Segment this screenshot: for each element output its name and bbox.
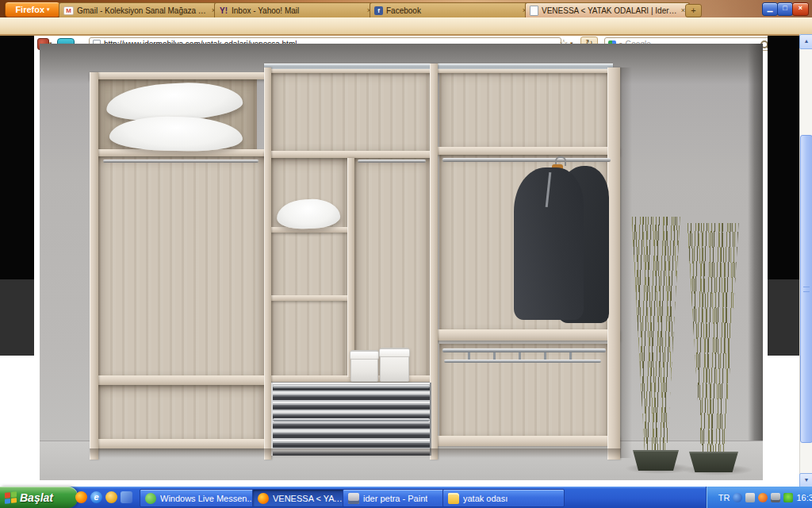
chevron-down-icon: ▾	[47, 6, 50, 13]
scrollbar-up-arrow[interactable]: ▲	[799, 34, 812, 49]
firefox-quicklaunch-icon[interactable]	[75, 491, 87, 503]
trouser-rack-rail	[444, 360, 601, 363]
planter	[633, 450, 679, 471]
tab-gmail[interactable]: M Gmail - Koleksiyon Sanal Mağaza Sipari…	[59, 2, 220, 17]
hanging-rod	[103, 160, 259, 163]
page-icon	[530, 6, 538, 16]
page-left-black-bar	[0, 36, 34, 279]
task-label: yatak odası	[463, 494, 508, 503]
rack-clip	[468, 352, 470, 360]
bottom-shelf	[434, 436, 620, 446]
clock: 16:32	[796, 493, 812, 502]
right-top-compartment	[439, 70, 609, 148]
wardrobe-base-shadow	[90, 448, 621, 458]
shelf	[92, 375, 266, 385]
desktop-screen: Firefox ▾ M Gmail - Koleksiyon Sanal Mağ…	[0, 0, 812, 508]
tab-facebook[interactable]: f Facebook ×	[370, 2, 531, 17]
language-indicator[interactable]: TR	[718, 493, 730, 502]
task-label: VENESSA < YATAK O...	[273, 494, 345, 503]
tab-label: Inbox - Yahoo! Mail	[232, 6, 364, 15]
facebook-icon: f	[374, 6, 383, 15]
rack-clip	[493, 352, 496, 360]
shelf	[434, 329, 620, 341]
shelf	[271, 295, 347, 301]
security-alert-icon[interactable]	[758, 493, 768, 502]
tab-venessa-active[interactable]: VENESSA < YATAK ODALARI | İder Mobil... …	[525, 2, 690, 17]
gmail-icon: M	[63, 6, 74, 15]
wood-panel	[347, 158, 354, 377]
navigation-toolbar: ← → ▾ http://www.idermobilya.com/yatak-o…	[0, 17, 812, 36]
rack-clip	[569, 352, 572, 360]
close-button[interactable]: ×	[792, 2, 809, 16]
task-folder-yatak-odasi[interactable]: yatak odası	[442, 489, 565, 507]
tab-label: Facebook	[386, 6, 519, 15]
taskbar: Başlat e Windows Live Messen... VENESSA …	[0, 487, 812, 508]
scrollbar-thumb[interactable]	[800, 135, 812, 443]
folder-icon	[448, 493, 459, 504]
network-icon[interactable]	[783, 493, 793, 502]
paint-icon	[348, 493, 359, 504]
page-left-gray-bar	[0, 279, 34, 356]
shelf	[434, 147, 620, 155]
task-venessa-firefox[interactable]: VENESSA < YATAK O...	[252, 489, 350, 507]
task-label: Windows Live Messen...	[160, 494, 255, 503]
wardrobe-shadow	[619, 67, 632, 458]
shelf	[264, 151, 434, 158]
left-lower-compartment	[98, 385, 264, 441]
planter	[689, 452, 738, 472]
firefox-menu-button[interactable]: Firefox ▾	[5, 2, 60, 17]
product-photo	[40, 44, 763, 480]
storage-box	[350, 350, 378, 382]
drawer-rail	[273, 385, 430, 388]
new-tab-button[interactable]: +	[685, 4, 702, 17]
display-icon[interactable]	[771, 493, 780, 502]
system-tray: TR 16:32	[706, 487, 812, 508]
restore-button[interactable]: □	[777, 2, 793, 16]
photo-wall-corner	[748, 44, 763, 450]
messenger-icon	[145, 493, 156, 504]
tab-yahoo-mail[interactable]: Y! Inbox - Yahoo! Mail ×	[214, 2, 376, 17]
shelf-column-compartment	[271, 158, 347, 377]
bottom-shelf	[92, 439, 267, 448]
windows-quicklaunch-icon[interactable]	[121, 491, 132, 503]
tab-label: Gmail - Koleksiyon Sanal Mağaza Siparişi…	[77, 6, 209, 15]
volume-icon[interactable]	[745, 493, 755, 502]
top-panel	[264, 69, 613, 73]
tab-label: VENESSA < YATAK ODALARI | İder Mobil...	[542, 6, 678, 15]
rack-clip	[519, 352, 521, 360]
page-right-gray-bar	[768, 279, 799, 356]
firefox-menu-label: Firefox	[15, 5, 44, 14]
rod-column-compartment	[354, 158, 430, 377]
middle-top-compartment	[271, 70, 431, 151]
hanging-rod	[358, 160, 426, 163]
msn-quicklaunch-icon[interactable]	[105, 491, 117, 503]
wood-panel	[90, 72, 98, 460]
task-windows-live-messenger[interactable]: Windows Live Messen...	[140, 489, 260, 507]
task-label: ider petra - Paint	[363, 494, 427, 503]
windows-logo-icon	[5, 491, 17, 504]
start-label: Başlat	[20, 491, 53, 504]
yahoo-icon: Y!	[219, 6, 228, 15]
internet-explorer-quicklaunch-icon[interactable]: e	[90, 491, 102, 503]
page-right-black-bar	[768, 36, 799, 279]
minimize-button[interactable]: ▁	[762, 2, 778, 16]
left-top-panel	[90, 72, 267, 79]
hanging-suits	[514, 155, 613, 323]
firefox-icon	[258, 493, 269, 504]
start-button[interactable]: Başlat	[0, 487, 78, 508]
drawer-rail	[273, 418, 430, 421]
messenger-status-icon[interactable]	[733, 493, 742, 502]
rack-clip	[544, 352, 546, 360]
browser-titlebar: Firefox ▾ M Gmail - Koleksiyon Sanal Mağ…	[0, 0, 812, 17]
storage-box	[380, 348, 409, 382]
trouser-rack-rail	[442, 348, 606, 352]
wood-panel	[264, 67, 271, 460]
task-paint[interactable]: ider petra - Paint	[343, 489, 450, 507]
right-lower-compartment	[439, 344, 609, 437]
left-compartment	[98, 156, 264, 377]
